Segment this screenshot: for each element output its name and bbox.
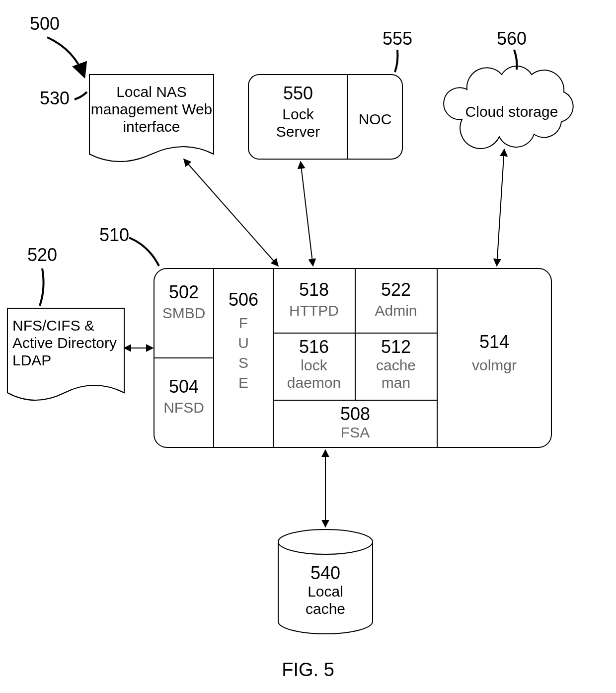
node-local-nas: Local NAS management Web interface <box>89 75 214 162</box>
svg-text:Local NAS: Local NAS <box>116 84 187 100</box>
svg-text:daemon: daemon <box>287 374 341 391</box>
svg-text:Admin: Admin <box>375 302 417 319</box>
svg-text:cache: cache <box>376 357 416 373</box>
leader-520 <box>40 268 44 306</box>
svg-text:508: 508 <box>340 404 370 424</box>
svg-text:516: 516 <box>299 337 329 357</box>
svg-text:540: 540 <box>310 563 340 583</box>
svg-text:506: 506 <box>229 289 258 310</box>
leader-530 <box>75 92 87 99</box>
svg-text:SMBD: SMBD <box>162 305 206 321</box>
leader-510 <box>129 238 159 266</box>
svg-text:NFSD: NFSD <box>163 399 204 416</box>
svg-text:Local: Local <box>308 583 343 600</box>
figure-caption: FIG. 5 <box>282 659 334 680</box>
node-local-cache: 540 Local cache <box>278 529 373 634</box>
svg-text:HTTPD: HTTPD <box>289 302 339 319</box>
node-nfs-cifs: NFS/CIFS & Active Directory LDAP <box>7 308 124 400</box>
svg-text:U: U <box>238 335 249 351</box>
svg-text:NFS/CIFS &: NFS/CIFS & <box>12 317 94 334</box>
svg-text:514: 514 <box>479 332 509 352</box>
svg-text:522: 522 <box>381 279 411 300</box>
svg-text:Active Directory: Active Directory <box>12 335 117 351</box>
svg-text:512: 512 <box>381 337 411 357</box>
svg-text:504: 504 <box>169 376 199 397</box>
svg-text:E: E <box>238 374 248 391</box>
svg-text:cache: cache <box>306 601 345 617</box>
svg-text:Lock: Lock <box>282 106 314 122</box>
svg-text:management Web: management Web <box>91 101 213 117</box>
svg-text:S: S <box>238 354 248 371</box>
conn-nas-core <box>184 159 278 266</box>
ref-500: 500 <box>30 13 60 34</box>
svg-text:man: man <box>382 374 410 391</box>
svg-text:Server: Server <box>276 123 320 140</box>
svg-text:lock: lock <box>301 357 327 373</box>
ref-510: 510 <box>99 225 129 245</box>
leader-555 <box>395 50 397 72</box>
conn-noc-core <box>301 162 313 266</box>
svg-text:LDAP: LDAP <box>12 352 51 368</box>
svg-text:518: 518 <box>299 279 329 300</box>
svg-text:interface: interface <box>123 118 180 135</box>
svg-text:FSA: FSA <box>341 424 370 440</box>
ref-560: 560 <box>497 28 527 49</box>
arrow-500 <box>47 37 84 77</box>
svg-text:550: 550 <box>283 83 313 103</box>
node-cloud: Cloud storage <box>444 66 573 149</box>
svg-text:502: 502 <box>169 282 199 302</box>
node-noc: 550 Lock Server NOC <box>248 75 402 159</box>
core-block: 502 SMBD 504 NFSD 506 F U S E 518 HTTPD … <box>154 268 551 447</box>
svg-text:F: F <box>239 315 248 331</box>
conn-cloud-core <box>497 149 504 266</box>
ref-530: 530 <box>40 88 70 108</box>
svg-text:Cloud storage: Cloud storage <box>465 103 558 120</box>
svg-text:NOC: NOC <box>359 111 392 127</box>
ref-555: 555 <box>383 28 412 49</box>
svg-text:volmgr: volmgr <box>472 357 517 373</box>
ref-520: 520 <box>27 245 57 265</box>
